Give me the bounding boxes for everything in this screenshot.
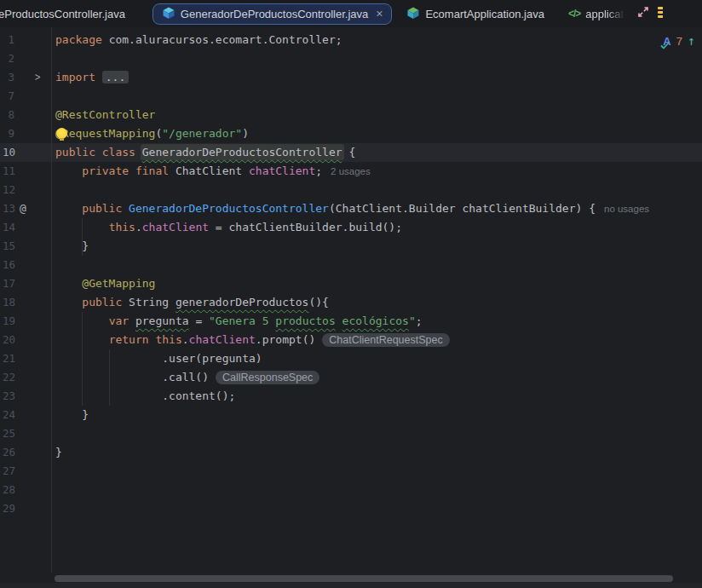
line-number: 19 <box>3 312 14 331</box>
code-line: 20 return this.chatClient.prompt()ChatCl… <box>0 331 702 349</box>
code-token <box>55 333 109 346</box>
code-token: } <box>55 446 62 458</box>
gutter: 3> <box>0 68 51 87</box>
code-token: .prompt() <box>256 333 315 346</box>
code-line: 14 this.chatClient = chatClientBuilder.b… <box>0 218 702 237</box>
line-number: 13 <box>3 199 14 218</box>
code-text[interactable]: public String generadorDeProductos(){ <box>51 293 702 312</box>
code-text[interactable]: public class GeneradorDeProductosControl… <box>51 143 702 162</box>
line-number: 18 <box>3 293 14 312</box>
code-file-icon: </> <box>568 8 580 20</box>
code-text[interactable]: @RestController <box>51 106 702 124</box>
code-text[interactable]: return this.chatClient.prompt()ChatClien… <box>51 331 702 349</box>
window-bottom-edge <box>0 583 702 588</box>
gutter: 10 <box>0 143 51 162</box>
code-token: public <box>82 296 129 308</box>
gutter: 27 <box>0 462 51 481</box>
code-text[interactable]: var pregunta = "Genera 5 productos ecoló… <box>51 312 702 331</box>
line-number: 29 <box>3 499 14 518</box>
code-token: var <box>109 314 135 327</box>
code-line: 27 <box>0 462 702 481</box>
code-token: GeneradorDeProductosController <box>129 202 329 215</box>
code-line: 2 <box>0 49 702 68</box>
code-text[interactable]: import ... <box>51 68 702 87</box>
code-text[interactable]: private final ChatClient chatClient;2 us… <box>51 162 702 181</box>
code-text[interactable] <box>51 181 702 199</box>
code-token: ChatClient <box>176 164 249 177</box>
code-token: . <box>135 221 142 233</box>
code-text[interactable] <box>51 499 702 518</box>
inlay-type-hint[interactable]: ChatClientRequestSpec <box>322 333 449 347</box>
code-text[interactable]: .user(pregunta) <box>51 349 702 368</box>
tab-ecomart-application[interactable]: EcomartApplication.java <box>406 6 544 22</box>
code-text[interactable]: @RequestMapping("/generador") <box>51 124 702 143</box>
code-token: @GetMapping <box>82 277 155 290</box>
close-icon[interactable]: × <box>376 7 383 20</box>
line-number: 25 <box>3 424 14 443</box>
code-line: 18 public String generadorDeProductos(){ <box>0 293 702 312</box>
navigate-up-icon[interactable]: ↑ <box>688 34 695 48</box>
tab-productos-controller-partial[interactable]: eProductosController.java <box>0 8 125 20</box>
gutter: 21 <box>0 349 51 368</box>
line-number: 27 <box>3 462 14 481</box>
code-token: ) <box>242 127 249 140</box>
line-number: 24 <box>3 406 14 424</box>
code-token: com.aluracursos.ecomart.Controller; <box>109 33 342 46</box>
tab-application-properties[interactable]: </> applicati <box>568 8 626 20</box>
code-token: (){ <box>308 296 328 308</box>
code-token: pregunta <box>135 314 189 327</box>
code-line: 7 <box>0 87 702 106</box>
code-line: 28 <box>0 481 702 499</box>
gutter: 13@ <box>0 199 51 218</box>
code-line: 22 .call()CallResponseSpec <box>0 368 702 387</box>
code-text[interactable]: } <box>51 237 702 256</box>
code-line: 12 <box>0 181 702 199</box>
code-line: 16 <box>0 256 702 274</box>
line-number: 2 <box>3 49 14 68</box>
code-text[interactable]: } <box>51 406 702 424</box>
gutter: 19 <box>0 312 51 331</box>
code-token: ; <box>315 164 322 177</box>
code-text[interactable]: .content(); <box>51 387 702 406</box>
code-text[interactable]: this.chatClient = chatClientBuilder.buil… <box>51 218 702 237</box>
code-text[interactable] <box>51 256 702 274</box>
bean-annotation-gutter-icon[interactable]: @ <box>20 199 26 218</box>
code-text[interactable]: package com.aluracursos.ecomart.Controll… <box>51 31 702 49</box>
inspections-widget[interactable]: A 7 ↑ <box>663 34 695 48</box>
inlay-type-hint[interactable]: CallResponseSpec <box>216 371 319 384</box>
gutter: 17 <box>0 274 51 293</box>
line-number: 8 <box>3 106 14 124</box>
folded-imports[interactable]: ... <box>102 71 129 84</box>
horizontal-scrollbar[interactable] <box>55 575 673 582</box>
code-token: GeneradorDeProductosController <box>142 146 342 159</box>
fold-arrow-icon[interactable]: > <box>35 66 41 89</box>
code-text[interactable] <box>51 481 702 499</box>
code-text[interactable]: public GeneradorDeProductosController(Ch… <box>51 199 702 218</box>
code-text[interactable] <box>51 424 702 443</box>
code-editor[interactable]: 1package com.aluracursos.ecomart.Control… <box>0 27 702 588</box>
code-line: 9@RequestMapping("/generador") <box>0 124 702 143</box>
code-text[interactable] <box>51 87 702 106</box>
tab-generador-de-productos-controller[interactable]: GeneradorDeProductosController.java × <box>152 3 393 25</box>
tab-label: GeneradorDeProductosController.java <box>181 8 368 20</box>
line-number: 16 <box>3 256 14 274</box>
line-number: 22 <box>3 368 14 387</box>
code-line: 3>import ... <box>0 68 702 87</box>
detach-expand-icon[interactable] <box>636 5 650 22</box>
line-number: 12 <box>3 181 14 199</box>
code-line: 8@RestController <box>0 106 702 124</box>
code-text[interactable] <box>51 462 702 481</box>
code-token: public <box>55 202 129 215</box>
hamburger-menu-icon[interactable] <box>658 7 663 20</box>
code-token: " <box>409 314 416 327</box>
code-text[interactable]: .call()CallResponseSpec <box>51 368 702 387</box>
code-line: 26} <box>0 443 702 462</box>
code-text[interactable]: @GetMapping <box>51 274 702 293</box>
code-text[interactable]: } <box>51 443 702 462</box>
code-text[interactable] <box>51 49 702 68</box>
line-number: 23 <box>3 387 14 406</box>
intention-bulb-icon[interactable] <box>56 128 67 139</box>
gutter: 15 <box>0 237 51 256</box>
gutter: 22 <box>0 368 51 387</box>
code-token: private final <box>55 164 176 177</box>
